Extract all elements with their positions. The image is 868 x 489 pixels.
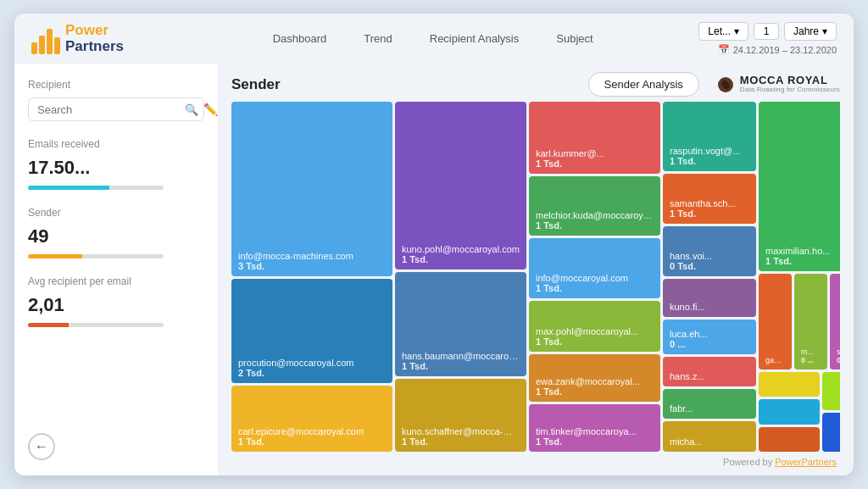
- treemap-cell[interactable]: luca.eh... 0 ...: [663, 320, 756, 353]
- treemap-cell[interactable]: hans.baumann@moccaroya... 1 Tsd.: [395, 272, 526, 376]
- tab-subject[interactable]: Subject: [541, 27, 608, 50]
- tab-trend[interactable]: Trend: [348, 27, 407, 50]
- avg-bar: [28, 323, 164, 327]
- back-button[interactable]: ←: [28, 433, 55, 460]
- main-content: Sender Sender Analysis MOCCA ROYAL Data …: [218, 64, 854, 475]
- sender-section: Sender 49: [28, 207, 204, 258]
- treemap-mini-row: gabriel.... m... 0 ... sa... 0 ...: [759, 274, 840, 370]
- treemap-cell[interactable]: procution@moccaroyal.com 2 Tsd.: [231, 279, 392, 383]
- treemap-cell[interactable]: [759, 372, 820, 397]
- treemap-cell[interactable]: micha...: [663, 421, 756, 451]
- treemap-cell[interactable]: sa... 0 ...: [830, 274, 840, 370]
- search-box: 🔍 ✏️: [28, 97, 204, 121]
- tab-dashboard[interactable]: Dashboard: [258, 27, 342, 50]
- treemap-cell[interactable]: melchior.kuda@moccaroyal... 1 Tsd.: [529, 176, 660, 236]
- treemap-cell[interactable]: kuno.schaffner@mocca-ma... 1 Tsd.: [395, 379, 526, 452]
- search-input[interactable]: [37, 103, 180, 116]
- mocca-text: MOCCA ROYAL Data Roasting for Connoisseu…: [740, 75, 840, 94]
- treemap-cell[interactable]: ewa.zank@moccaroyal... 1 Tsd.: [529, 354, 660, 402]
- tab-recipient-analysis[interactable]: Recipient Analysis: [415, 27, 535, 50]
- emails-received-section: Emails received 17.50...: [28, 138, 204, 190]
- filter-icon[interactable]: ✏️: [203, 103, 218, 116]
- content-area: Recipient 🔍 ✏️ Emails received 17.50... …: [14, 64, 854, 475]
- avg-label: Avg recipient per email: [28, 275, 204, 287]
- section-title: Sender: [231, 76, 281, 93]
- treemap-cell[interactable]: m... 0 ...: [794, 274, 827, 370]
- powered-by: Powered by PowerPartners: [231, 457, 840, 467]
- logo-partners: Partners: [65, 39, 124, 55]
- treemap-cell[interactable]: gabriel....: [759, 274, 792, 370]
- logo-bar-4: [54, 37, 60, 54]
- treemap-cell[interactable]: [759, 427, 820, 452]
- sender-bar: [28, 254, 164, 258]
- treemap-cell[interactable]: kuno.fi...: [663, 279, 756, 317]
- treemap-cell[interactable]: [822, 413, 840, 452]
- treemap-cell[interactable]: hans.z...: [663, 357, 756, 386]
- treemap-cell[interactable]: carl.epicure@moccaroyal.com 1 Tsd.: [231, 386, 392, 452]
- sender-value: 49: [28, 225, 204, 247]
- logo-icon: [31, 24, 60, 54]
- treemap-col-4: maximilian.ho... 1 Tsd. gabriel.... m...…: [759, 102, 840, 452]
- logo-bar-1: [31, 42, 37, 54]
- treemap-col-0: info@mocca-machines.com 3 Tsd. procution…: [231, 102, 392, 452]
- treemap-cell[interactable]: hans.voi... 0 Tsd.: [663, 226, 756, 276]
- treemap-col-3: rasputin.vogt@... 1 Tsd. samantha.sch...…: [663, 102, 756, 452]
- mocca-title: MOCCA ROYAL: [740, 75, 840, 86]
- treemap-cell[interactable]: maximilian.ho... 1 Tsd.: [759, 102, 840, 271]
- sender-analysis-button[interactable]: Sender Analysis: [588, 72, 699, 97]
- sender-label: Sender: [28, 207, 204, 219]
- treemap-col-2: karl.kummer@... 1 Tsd. melchior.kuda@moc…: [529, 102, 660, 452]
- mocca-royal-logo: MOCCA ROYAL Data Roasting for Connoisseu…: [716, 75, 840, 94]
- mocca-sub: Data Roasting for Connoisseurs: [740, 86, 840, 94]
- treemap-cell[interactable]: samantha.sch... 1 Tsd.: [663, 174, 756, 224]
- main-top-row: Sender Sender Analysis MOCCA ROYAL Data …: [231, 72, 840, 97]
- period-selector: Let... ▾ Jahre ▾: [698, 22, 837, 41]
- treemap-cell[interactable]: [759, 399, 820, 424]
- powered-link[interactable]: PowerPartners: [775, 457, 837, 467]
- emails-received-bar: [28, 186, 164, 190]
- treemap-col-1: kuno.pohl@moccaroyal.com 1 Tsd. hans.bau…: [395, 102, 526, 452]
- nav-tabs: Dashboard Trend Recipient Analysis Subje…: [184, 27, 682, 50]
- period-number-input[interactable]: [754, 23, 779, 40]
- recipient-label: Recipient: [28, 79, 204, 91]
- logo-text: Power Partners: [65, 23, 124, 54]
- treemap-cell[interactable]: info@mocca-machines.com 3 Tsd.: [231, 102, 392, 276]
- treemap-cell[interactable]: fabr...: [663, 389, 756, 419]
- date-range: 📅 24.12.2019 – 23.12.2020: [718, 44, 837, 55]
- treemap-tiny-col: [759, 372, 820, 452]
- treemap-cell[interactable]: max.pohl@moccaroyal... 1 Tsd.: [529, 301, 660, 353]
- treemap-cell[interactable]: tim.tinker@moccaroya... 1 Tsd.: [529, 404, 660, 452]
- avg-value: 2,01: [28, 294, 204, 316]
- treemap-cell[interactable]: [822, 372, 840, 411]
- period-unit-dropdown[interactable]: Jahre ▾: [784, 22, 837, 41]
- search-icon: 🔍: [185, 103, 198, 116]
- avg-section: Avg recipient per email 2,01: [28, 275, 204, 327]
- mocca-bean-icon: [716, 75, 735, 94]
- treemap-tiny-col-2: [822, 372, 840, 452]
- logo: Power Partners: [31, 23, 167, 54]
- logo-bar-2: [39, 36, 45, 54]
- logo-power: Power: [65, 23, 124, 39]
- emails-received-label: Emails received: [28, 138, 204, 150]
- treemap-cell[interactable]: kuno.pohl@moccaroyal.com 1 Tsd.: [395, 102, 526, 270]
- header: Power Partners Dashboard Trend Recipient…: [14, 14, 854, 64]
- treemap-cell[interactable]: rasputin.vogt@... 1 Tsd.: [663, 102, 756, 171]
- sidebar: Recipient 🔍 ✏️ Emails received 17.50... …: [14, 64, 218, 475]
- recipient-section: Recipient 🔍 ✏️: [28, 79, 204, 121]
- treemap-cell[interactable]: info@moccaroyal.com 1 Tsd.: [529, 238, 660, 297]
- emails-received-value: 17.50...: [28, 157, 204, 179]
- logo-bar-3: [47, 29, 53, 54]
- treemap-cell[interactable]: karl.kummer@... 1 Tsd.: [529, 102, 660, 174]
- period-label-dropdown[interactable]: Let... ▾: [698, 22, 748, 41]
- treemap: info@mocca-machines.com 3 Tsd. procution…: [231, 102, 840, 452]
- header-right: Let... ▾ Jahre ▾ 📅 24.12.2019 – 23.12.20…: [698, 22, 837, 55]
- treemap-mini-row-2: [759, 372, 840, 452]
